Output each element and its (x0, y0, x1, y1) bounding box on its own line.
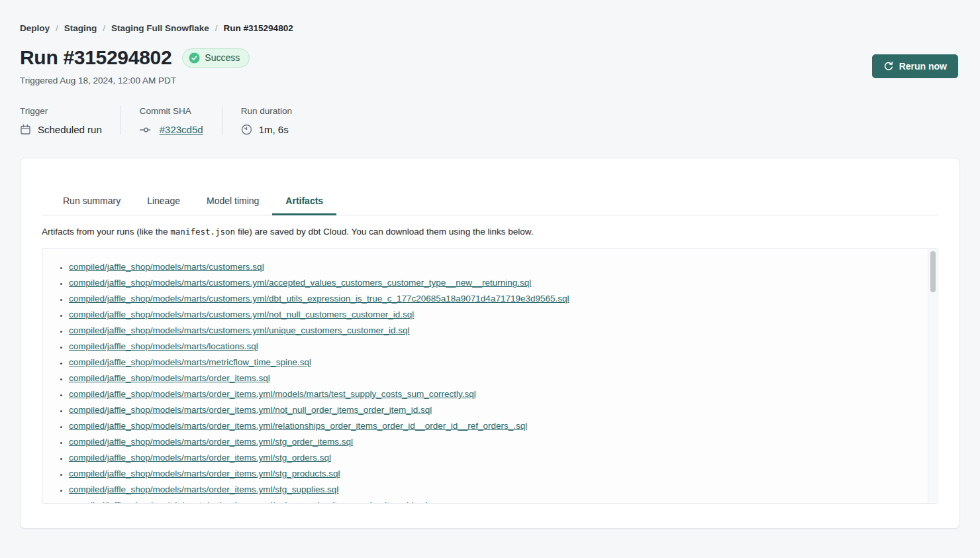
list-item: compiled/jaffle_shop/models/marts/custom… (69, 323, 927, 339)
artifact-link[interactable]: compiled/jaffle_shop/models/marts/order_… (69, 437, 353, 447)
artifact-link[interactable]: compiled/jaffle_shop/models/marts/order_… (69, 373, 270, 383)
status-badge-label: Success (205, 52, 240, 63)
breadcrumb-staging[interactable]: Staging (64, 23, 97, 33)
tab-artifacts[interactable]: Artifacts (272, 189, 336, 215)
meta-trigger-label: Trigger (20, 106, 102, 116)
list-item: compiled/jaffle_shop/models/marts/order_… (69, 386, 927, 402)
list-item: compiled/jaffle_shop/models/marts/order_… (69, 370, 927, 386)
artifact-link[interactable]: compiled/jaffle_shop/models/marts/custom… (69, 262, 264, 272)
artifact-link[interactable]: compiled/jaffle_shop/models/marts/order_… (69, 421, 527, 431)
rerun-now-button[interactable]: Rerun now (872, 54, 958, 78)
artifact-list-container: compiled/jaffle_shop/models/marts/custom… (42, 248, 938, 504)
list-item: compiled/jaffle_shop/models/marts/order_… (69, 466, 927, 482)
run-detail-card: Run summary Lineage Model timing Artifac… (20, 158, 960, 529)
list-item: compiled/jaffle_shop/models/marts/order_… (69, 402, 927, 418)
clock-icon (241, 124, 252, 135)
scrollbar-track[interactable] (928, 249, 937, 502)
artifacts-description-text: Artifacts from your runs (like the (42, 227, 170, 237)
artifact-link[interactable]: compiled/jaffle_shop/models/marts/locati… (69, 341, 258, 351)
breadcrumb-deploy[interactable]: Deploy (20, 23, 50, 33)
meta-duration-value: 1m, 6s (259, 124, 289, 135)
artifact-link[interactable]: compiled/jaffle_shop/models/marts/order_… (69, 389, 476, 399)
status-badge: Success (182, 48, 250, 68)
meta-duration: Run duration 1m, 6s (222, 106, 311, 135)
breadcrumb-separator: / (56, 23, 58, 33)
artifact-link[interactable]: compiled/jaffle_shop/models/marts/order_… (69, 405, 432, 415)
breadcrumb: Deploy / Staging / Staging Full Snowflak… (20, 23, 293, 33)
artifact-link[interactable]: compiled/jaffle_shop/models/marts/order_… (69, 453, 331, 463)
breadcrumb-separator: / (215, 23, 218, 33)
artifact-link[interactable]: compiled/jaffle_shop/models/marts/custom… (69, 309, 414, 319)
breadcrumb-current-run: Run #315294802 (224, 23, 293, 33)
success-check-icon (189, 52, 200, 64)
list-item: compiled/jaffle_shop/models/marts/metric… (69, 355, 927, 370)
refresh-icon (883, 61, 894, 72)
artifact-link[interactable]: compiled/jaffle_shop/models/marts/order_… (69, 469, 340, 478)
tab-model-timing[interactable]: Model timing (193, 189, 272, 215)
list-item: compiled/jaffle_shop/models/marts/custom… (69, 275, 927, 291)
page-title: Run #315294802 (20, 46, 172, 69)
artifact-list-scroll-area[interactable]: compiled/jaffle_shop/models/marts/custom… (42, 249, 938, 503)
list-item: compiled/jaffle_shop/models/marts/order_… (69, 418, 927, 434)
tab-bar: Run summary Lineage Model timing Artifac… (42, 189, 938, 215)
commit-sha-link[interactable]: #323cd5d (160, 124, 203, 135)
meta-duration-label: Run duration (241, 106, 292, 116)
git-commit-icon (140, 125, 153, 135)
artifacts-description-text: file) are saved by dbt Cloud. You can do… (235, 227, 533, 237)
artifact-link[interactable]: compiled/jaffle_shop/models/marts/custom… (69, 294, 569, 304)
list-item: compiled/jaffle_shop/models/marts/custom… (69, 291, 927, 307)
triggered-timestamp: Triggered Aug 18, 2024, 12:00 AM PDT (20, 76, 176, 85)
meta-trigger-value: Scheduled run (38, 124, 102, 135)
manifest-json-filename: manifest.json (170, 227, 235, 237)
artifact-link[interactable]: compiled/jaffle_shop/models/marts/custom… (69, 325, 409, 335)
list-item: compiled/jaffle_shop/models/marts/order_… (69, 450, 927, 466)
list-item: compiled/jaffle_shop/models/marts/locati… (69, 339, 927, 355)
meta-commit-label: Commit SHA (140, 106, 203, 116)
breadcrumb-separator: / (103, 23, 105, 33)
tab-lineage[interactable]: Lineage (134, 189, 193, 215)
tab-run-summary[interactable]: Run summary (50, 189, 134, 215)
list-item: compiled/jaffle_shop/models/marts/order_… (69, 434, 927, 450)
run-meta-row: Trigger Scheduled run Commit SHA (20, 106, 311, 135)
breadcrumb-job[interactable]: Staging Full Snowflake (111, 23, 209, 33)
scrollbar-thumb[interactable] (930, 251, 936, 292)
artifact-link[interactable]: compiled/jaffle_shop/models/marts/metric… (69, 357, 311, 367)
meta-commit: Commit SHA #323cd5d (121, 106, 222, 135)
run-detail-page: Deploy / Staging / Staging Full Snowflak… (0, 0, 980, 558)
list-item: compiled/jaffle_shop/models/marts/order_… (69, 498, 927, 503)
title-row: Run #315294802 Success (20, 46, 250, 69)
calendar-icon (20, 124, 31, 135)
rerun-now-label: Rerun now (899, 61, 947, 72)
artifact-link[interactable]: compiled/jaffle_shop/models/marts/order_… (69, 484, 338, 494)
artifact-link[interactable]: compiled/jaffle_shop/models/marts/custom… (69, 278, 531, 288)
list-item: compiled/jaffle_shop/models/marts/custom… (69, 307, 927, 323)
list-item: compiled/jaffle_shop/models/marts/custom… (69, 259, 927, 275)
list-item: compiled/jaffle_shop/models/marts/order_… (69, 482, 927, 498)
artifact-link[interactable]: compiled/jaffle_shop/models/marts/order_… (69, 500, 428, 503)
artifacts-description: Artifacts from your runs (like the manif… (42, 227, 938, 237)
meta-trigger: Trigger Scheduled run (20, 106, 121, 135)
artifact-list: compiled/jaffle_shop/models/marts/custom… (42, 249, 927, 503)
